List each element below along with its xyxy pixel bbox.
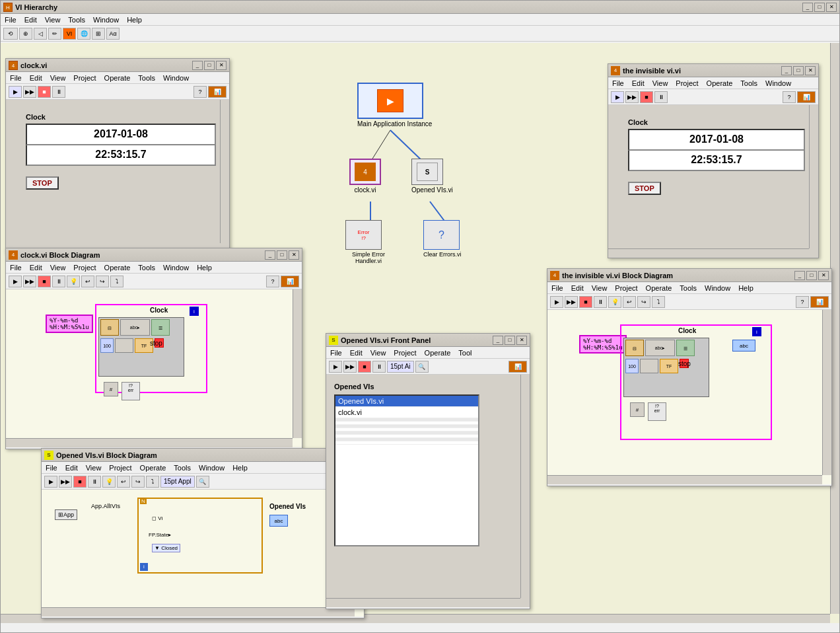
cbd-menu-file[interactable]: File [9,264,23,272]
ovbd-operate[interactable]: Operate [139,464,168,472]
ovbd-runall[interactable]: ▶▶ [59,476,72,488]
ovfp-scrollbar-h[interactable] [326,598,520,607]
clock-bd-restore[interactable]: □ [277,250,287,260]
ovfp-view[interactable]: View [369,349,388,357]
tb-btn-8[interactable]: Aα [106,28,120,40]
cv-stop-btn[interactable]: ■ [38,86,51,98]
ivbd-stop[interactable]: ■ [579,296,592,308]
opened-vis-listbox[interactable]: Opened VIs.vi clock.vi [334,394,479,546]
cv-runall-btn[interactable]: ▶▶ [23,86,36,98]
ivbd-bulb[interactable]: 💡 [608,296,621,308]
ovbd-scrollbar-h[interactable] [42,607,355,616]
cbd-menu-project[interactable]: Project [72,264,97,272]
minimize-button[interactable]: _ [802,3,813,12]
main-hierarchy-titlebar[interactable]: H VI Hierarchy _ □ ✕ [1,1,839,14]
menu-help[interactable]: Help [125,16,143,24]
ivbd-step3[interactable]: ⤵ [652,296,665,308]
ovfp-zoom[interactable]: 15pt Ai [387,361,414,373]
ivbd-operate[interactable]: Operate [645,284,674,292]
ovfp-restore[interactable]: □ [505,336,515,345]
cv-menu-view[interactable]: View [49,74,67,82]
cv-extra-btn[interactable]: 📊 [208,86,227,98]
clock-vi-close[interactable]: ✕ [216,61,227,70]
ovfp-file[interactable]: File [329,349,343,357]
list-item-1[interactable]: clock.vi [335,407,478,418]
ivbd-edit[interactable]: Edit [570,284,585,292]
ivis-stop-button[interactable]: STOP [628,182,661,195]
cv-run-btn[interactable]: ▶ [9,86,22,98]
clock-bd-close[interactable]: ✕ [289,250,299,260]
ivis-project[interactable]: Project [674,79,699,87]
closed-dropdown[interactable]: ▼ Closed [152,544,180,552]
ovfp-stop[interactable]: ■ [358,361,371,373]
ivbd-titlebar[interactable]: 4 the invisible vi.vi Block Diagram _ □ … [547,269,831,282]
ivis-minimize[interactable]: _ [781,66,792,75]
ovbd-step3[interactable]: ⤵ [146,476,159,488]
invisible-vi-titlebar[interactable]: 4 the invisible vi.vi _ □ ✕ [608,64,818,77]
main-hierarchy-controls[interactable]: _ □ ✕ [802,3,837,12]
ivis-controls[interactable]: _ □ ✕ [781,66,816,75]
cv-menu-window[interactable]: Window [162,74,190,82]
menu-view[interactable]: View [44,16,62,24]
ovbd-view[interactable]: View [85,464,103,472]
ivis-scrollbar-v[interactable] [809,105,818,248]
ivis-run[interactable]: ▶ [611,91,624,103]
ivbd-scrollbar-h[interactable] [547,475,822,484]
ivbd-file[interactable]: File [550,284,565,292]
clock-vi-titlebar[interactable]: 4 clock.vi _ □ ✕ [6,59,229,72]
ivbd-help[interactable]: ? [796,296,809,308]
ivis-help[interactable]: ? [783,91,796,103]
tb-btn-2[interactable]: ⊕ [19,28,32,40]
zoom-select[interactable]: 15pt Appl [160,476,195,488]
stop-button[interactable]: STOP [26,176,59,190]
ivbd-scrollbar-v[interactable] [822,310,831,475]
ovbd-bulb[interactable]: 💡 [102,476,116,488]
ivbd-window[interactable]: Window [703,284,732,292]
ovfp-run[interactable]: ▶ [329,361,342,373]
ivbd-pause[interactable]: ⏸ [594,296,607,308]
ivbd-view[interactable]: View [590,284,609,292]
ivis-view[interactable]: View [651,79,670,87]
ovbd-pause[interactable]: ⏸ [88,476,101,488]
ovfp-runall[interactable]: ▶▶ [343,361,357,373]
cbd-help[interactable]: ? [266,276,279,287]
ivbd-project[interactable]: Project [613,284,639,292]
ivbd-run[interactable]: ▶ [550,296,563,308]
ivis-edit[interactable]: Edit [631,79,646,87]
ivis-restore[interactable]: □ [793,66,804,75]
ivbd-runall[interactable]: ▶▶ [565,296,578,308]
ivis-tools[interactable]: Tools [739,79,759,87]
cbd-stop[interactable]: ■ [38,276,51,287]
menu-tools[interactable]: Tools [67,16,87,24]
ivbd-close[interactable]: ✕ [818,271,829,280]
clock-bd-titlebar[interactable]: 4 clock.vi Block Diagram _ □ ✕ [6,248,302,262]
menu-file[interactable]: File [3,16,18,24]
ovbd-tools[interactable]: Tools [172,464,192,472]
menu-edit[interactable]: Edit [23,16,38,24]
ovfp-project[interactable]: Project [392,349,417,357]
tb-btn-1[interactable]: ⟲ [3,28,18,40]
cbd-menu-operate[interactable]: Operate [103,264,132,272]
ovfp-titlebar[interactable]: S Opened VIs.vi Front Panel _ □ ✕ [326,334,530,347]
ivbd-extra[interactable]: 📊 [810,296,829,308]
ovfp-extra[interactable]: 📊 [508,361,527,373]
cbd-menu-view[interactable]: View [49,264,67,272]
ovbd-step2[interactable]: ↪ [131,476,145,488]
ovfp-scrollbar-v[interactable] [520,375,530,598]
ovbd-edit[interactable]: Edit [64,464,79,472]
tb-btn-4[interactable]: ✏ [48,28,61,40]
ovbd-run[interactable]: ▶ [44,476,57,488]
tb-btn-3[interactable]: ◁ [34,28,47,40]
ovbd-stop[interactable]: ■ [73,476,87,488]
ivis-close[interactable]: ✕ [805,66,816,75]
cbd-bulb[interactable]: 💡 [67,276,80,287]
cbd-extra[interactable]: 📊 [281,276,299,287]
ovfp-minimize[interactable]: _ [493,336,503,345]
cbd-run[interactable]: ▶ [9,276,22,287]
clock-vi-minimize[interactable]: _ [192,61,203,70]
cbd-scrollbar-v[interactable] [293,289,302,438]
ovbd-window[interactable]: Window [197,464,226,472]
ovfp-edit[interactable]: Edit [349,349,364,357]
cv-menu-edit[interactable]: Edit [28,74,44,82]
cbd-step1[interactable]: ↩ [81,276,94,287]
